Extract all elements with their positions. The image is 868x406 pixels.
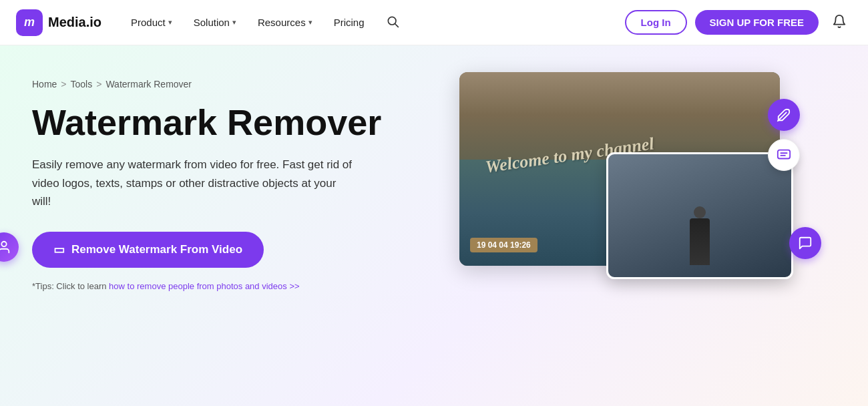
hero-right: Welcome to my channel 19 04 04 19:26 [459, 72, 787, 266]
breadcrumb-sep-1: > [61, 79, 66, 89]
paint-brush-icon [777, 108, 791, 122]
breadcrumb-home[interactable]: Home [32, 79, 57, 89]
chevron-down-icon: ▾ [168, 18, 172, 27]
figure-silhouette [690, 218, 710, 265]
message-fab-button[interactable] [789, 227, 821, 259]
nav-actions: Log In SIGN UP FOR FREE [625, 9, 852, 37]
tips-link[interactable]: how to remove people from photos and vid… [109, 281, 299, 291]
tips-prefix: *Tips: Click to learn [32, 281, 109, 291]
timestamp-badge: 19 04 04 19:26 [470, 238, 537, 252]
logo-name: Media.io [48, 15, 101, 30]
chevron-down-icon: ▾ [308, 18, 312, 27]
logo-icon: m [16, 9, 43, 36]
video-icon: ▭ [53, 242, 65, 257]
search-icon [386, 15, 399, 28]
chevron-down-icon: ▾ [232, 18, 236, 27]
tips-text: *Tips: Click to learn how to remove peop… [32, 281, 433, 291]
nav-item-resources[interactable]: Resources ▾ [250, 11, 320, 33]
notification-bell-button[interactable] [827, 9, 852, 37]
navbar: m Media.io Product ▾ Solution ▾ Resource… [0, 0, 868, 45]
nav-item-pricing[interactable]: Pricing [326, 11, 373, 33]
chat-icon [777, 148, 791, 162]
logo-area[interactable]: m Media.io [16, 9, 101, 36]
breadcrumb: Home > Tools > Watermark Remover [32, 79, 433, 89]
cta-button[interactable]: ▭ Remove Watermark From Video [32, 232, 264, 268]
signup-button[interactable]: SIGN UP FOR FREE [695, 10, 819, 35]
logo-letter: m [24, 15, 35, 29]
video-preview-small [606, 152, 793, 279]
cta-label: Remove Watermark From Video [71, 243, 242, 256]
breadcrumb-current: Watermark Remover [105, 79, 192, 89]
svg-rect-4 [778, 150, 790, 159]
nav-links: Product ▾ Solution ▾ Resources ▾ Pricing [123, 9, 625, 36]
svg-line-3 [778, 112, 787, 121]
svg-line-1 [395, 23, 398, 27]
notification-avatar[interactable] [0, 232, 19, 262]
breadcrumb-sep-2: > [96, 79, 101, 89]
login-button[interactable]: Log In [625, 10, 687, 35]
message-icon [798, 236, 813, 250]
chat-fab-button[interactable] [768, 139, 800, 171]
nav-item-product[interactable]: Product ▾ [123, 11, 180, 33]
hero-description: Easily remove any watermark from video f… [32, 156, 353, 210]
paint-fab-button[interactable] [768, 99, 800, 131]
page-title: Watermark Remover [32, 103, 433, 142]
nav-item-solution[interactable]: Solution ▾ [186, 11, 244, 33]
bell-icon [832, 14, 847, 29]
hero-section: Home > Tools > Watermark Remover Waterma… [0, 45, 868, 406]
user-icon [0, 240, 11, 254]
hero-left: Home > Tools > Watermark Remover Waterma… [32, 72, 433, 291]
search-button[interactable] [381, 9, 405, 36]
breadcrumb-tools[interactable]: Tools [71, 79, 93, 89]
svg-point-2 [1, 242, 6, 246]
